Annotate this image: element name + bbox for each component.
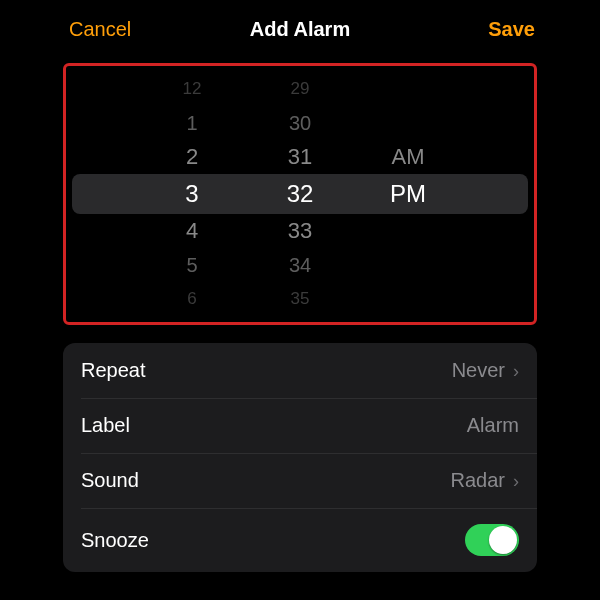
minute-option[interactable]: 34 [289, 248, 311, 282]
minute-option[interactable]: 33 [288, 214, 312, 248]
minute-wheel[interactable]: 29 30 31 32 33 34 35 [265, 74, 335, 314]
settings-list: Repeat Never › Label Alarm Sound Radar ›… [63, 343, 537, 572]
ampm-option[interactable]: AM [392, 140, 425, 174]
minute-option[interactable]: 30 [289, 106, 311, 140]
repeat-value: Never [452, 359, 505, 382]
minute-selected[interactable]: 32 [287, 174, 314, 214]
repeat-label: Repeat [81, 359, 146, 382]
minute-option[interactable]: 35 [291, 282, 310, 316]
page-title: Add Alarm [250, 18, 350, 41]
header-bar: Cancel Add Alarm Save [45, 0, 555, 55]
hour-option[interactable]: 6 [187, 282, 196, 316]
label-row[interactable]: Label Alarm [63, 398, 537, 453]
time-picker-highlight: 12 1 2 3 4 5 6 29 30 31 32 [63, 63, 537, 325]
chevron-right-icon: › [513, 472, 519, 490]
toggle-knob [489, 526, 517, 554]
hour-option[interactable]: 5 [186, 248, 197, 282]
minute-option[interactable]: 29 [291, 72, 310, 106]
repeat-row[interactable]: Repeat Never › [63, 343, 537, 398]
sound-row[interactable]: Sound Radar › [63, 453, 537, 508]
save-button[interactable]: Save [488, 18, 535, 41]
snooze-label: Snooze [81, 529, 149, 552]
hour-wheel[interactable]: 12 1 2 3 4 5 6 [157, 74, 227, 314]
add-alarm-screen: Cancel Add Alarm Save 12 1 2 3 4 5 6 [45, 0, 555, 600]
ampm-selected[interactable]: PM [390, 174, 426, 214]
sound-label: Sound [81, 469, 139, 492]
snooze-toggle[interactable] [465, 524, 519, 556]
hour-option[interactable]: 4 [186, 214, 198, 248]
minute-option[interactable]: 31 [288, 140, 312, 174]
cancel-button[interactable]: Cancel [69, 18, 131, 41]
ampm-wheel[interactable]: AM PM [373, 74, 443, 314]
hour-option[interactable]: 1 [186, 106, 197, 140]
snooze-row: Snooze [63, 508, 537, 572]
hour-option[interactable]: 2 [186, 140, 198, 174]
label-label: Label [81, 414, 130, 437]
chevron-right-icon: › [513, 362, 519, 380]
label-value: Alarm [467, 414, 519, 437]
sound-value: Radar [451, 469, 505, 492]
hour-option[interactable]: 12 [183, 72, 202, 106]
hour-selected[interactable]: 3 [185, 174, 198, 214]
time-picker[interactable]: 12 1 2 3 4 5 6 29 30 31 32 [66, 74, 534, 314]
